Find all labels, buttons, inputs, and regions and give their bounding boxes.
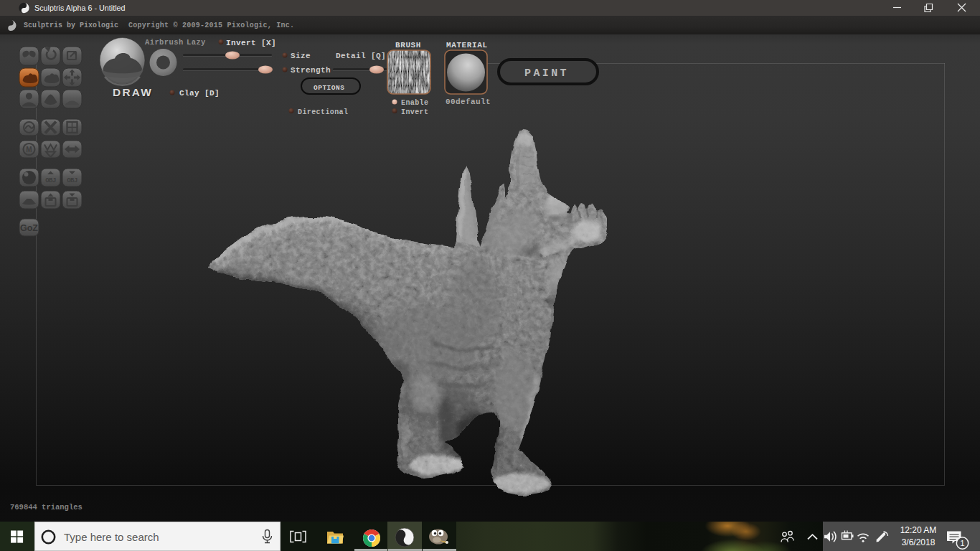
- svg-text:Airbrush: Airbrush: [145, 38, 184, 47]
- svg-text:OBJ: OBJ: [45, 177, 56, 184]
- svg-text:00default: 00default: [446, 98, 491, 106]
- svg-text:PAINT: PAINT: [524, 67, 569, 80]
- svg-text:GoZ: GoZ: [20, 223, 38, 233]
- svg-text:OPTIONS: OPTIONS: [314, 84, 344, 92]
- svg-text:Directional: Directional: [298, 108, 348, 116]
- svg-text:Invert: Invert: [401, 108, 428, 116]
- svg-text:DRAW: DRAW: [113, 86, 153, 98]
- svg-text:Clay [D]: Clay [D]: [179, 89, 220, 98]
- svg-text:Enable: Enable: [401, 99, 428, 107]
- svg-text:Size: Size: [291, 52, 311, 60]
- svg-text:MATERIAL: MATERIAL: [446, 41, 488, 50]
- svg-text:1: 1: [960, 539, 964, 547]
- svg-text:Invert [X]: Invert [X]: [226, 39, 276, 47]
- svg-text:Lazy: Lazy: [187, 38, 206, 47]
- svg-text:BRUSH: BRUSH: [395, 41, 421, 50]
- svg-text:M: M: [26, 146, 32, 154]
- svg-text:Detail [Q]: Detail [Q]: [336, 52, 386, 60]
- svg-text:OBJ: OBJ: [67, 177, 77, 184]
- svg-text:Strength: Strength: [291, 66, 331, 75]
